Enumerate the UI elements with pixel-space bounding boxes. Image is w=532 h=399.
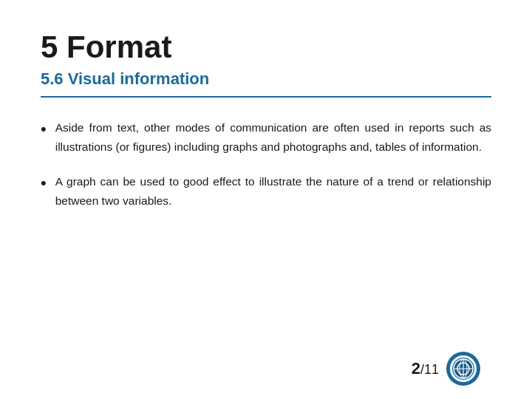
bullet-icon: • (41, 116, 47, 143)
page-number-area: 2/11 (412, 352, 480, 386)
title-divider (41, 96, 491, 98)
slide-title-main: 5 Format (41, 30, 491, 65)
bullet-icon: • (41, 170, 47, 197)
bullet-text-2: A graph can be used to good effect to il… (55, 172, 491, 210)
bullet-text-1: Aside from text, other modes of communic… (55, 118, 491, 156)
list-item: • A graph can be used to good effect to … (41, 172, 491, 210)
page-current: 2 (412, 359, 420, 378)
slide-container: 5 Format 5.6 Visual information • Aside … (0, 0, 532, 399)
slide-title-sub: 5.6 Visual information (41, 69, 491, 89)
page-number: 2/11 (412, 359, 439, 378)
bullet-list: • Aside from text, other modes of commun… (41, 118, 491, 210)
logo-svg (453, 358, 474, 379)
university-logo (446, 352, 480, 386)
list-item: • Aside from text, other modes of commun… (41, 118, 491, 156)
page-total: 11 (424, 362, 439, 377)
logo-inner-circle (450, 355, 477, 382)
